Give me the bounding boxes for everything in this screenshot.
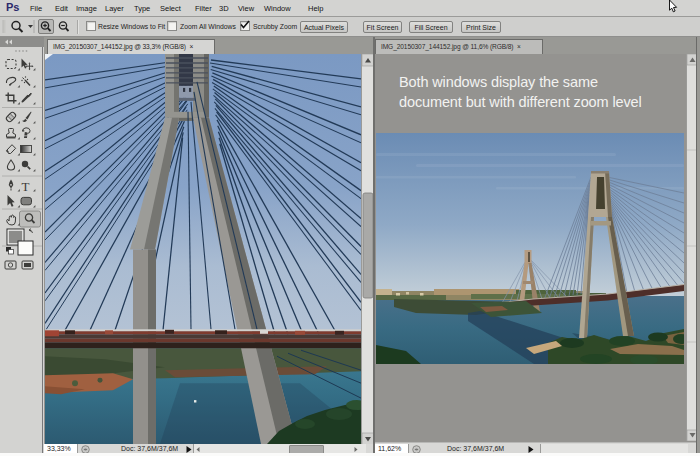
svg-text:T: T [22, 179, 30, 194]
